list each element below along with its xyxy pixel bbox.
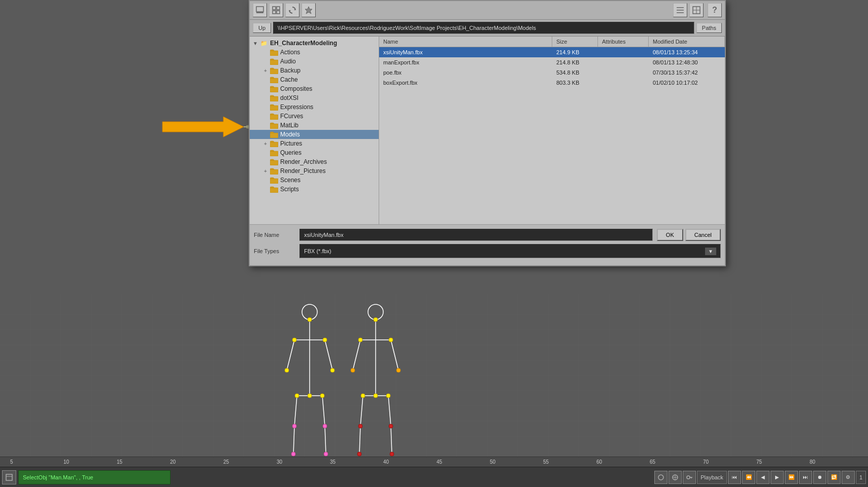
expand-icon — [262, 131, 269, 138]
ruler-tick: 40 — [383, 459, 389, 465]
svg-point-48 — [330, 368, 335, 372]
folder-item[interactable]: Models — [250, 130, 379, 139]
ruler-tick: 5 — [10, 459, 13, 465]
folder-item[interactable]: Scenes — [250, 176, 379, 185]
toolbar-icon-1[interactable] — [253, 3, 267, 17]
folder-item-label: Models — [280, 131, 300, 138]
file-row[interactable]: xsiUnityMan.fbx 214.9 KB 08/01/13 13:25:… — [379, 47, 725, 57]
file-row[interactable]: manExport.fbx 214.8 KB 08/01/13 12:48:30 — [379, 57, 725, 67]
svg-line-52 — [293, 426, 294, 454]
folder-item[interactable]: + Backup — [250, 66, 379, 75]
file-row[interactable]: poe.fbx 534.8 KB 07/30/13 15:37:42 — [379, 67, 725, 78]
folder-item[interactable]: Expressions — [250, 102, 379, 112]
folder-item[interactable]: Render_Archives — [250, 157, 379, 166]
svg-rect-104 — [270, 87, 278, 92]
folder-root[interactable]: ▼ 📁 EH_CharacterModeling — [250, 39, 379, 48]
folder-item[interactable]: Queries — [250, 148, 379, 157]
folder-icon — [270, 122, 278, 129]
toolbar-icon-grid[interactable] — [689, 3, 704, 17]
expand-icon — [262, 113, 269, 120]
status-bar: SelectObj "Man.Man", , True Playback ⏮ ⏪… — [0, 467, 868, 487]
paths-button[interactable]: Paths — [696, 23, 722, 33]
file-list-header: Name Size Attributes Modified Date — [379, 37, 725, 47]
svg-point-122 — [687, 476, 690, 479]
ruler-tick: 60 — [596, 459, 602, 465]
transport-to-start[interactable]: ⏮ — [728, 471, 741, 484]
dialog-main-content: ▼ 📁 EH_CharacterModeling Actions Audio+ … — [250, 37, 725, 224]
toolbar-icon-star[interactable] — [302, 3, 316, 17]
3d-arrow-object — [157, 107, 259, 147]
file-types-dropdown[interactable]: FBX (*.fbx) ▼ — [299, 244, 721, 258]
folder-item[interactable]: + Pictures — [250, 139, 379, 148]
toolbar-icon-help[interactable]: ? — [708, 3, 722, 17]
folder-tree: ▼ 📁 EH_CharacterModeling Actions Audio+ … — [250, 37, 379, 196]
ruler-tick: 50 — [490, 459, 495, 465]
status-right: Playback ⏮ ⏪ ◀ ▶ ⏩ ⏭ ⏺ 🔁 ⚙ 1 — [654, 471, 868, 484]
folder-panel: ▼ 📁 EH_CharacterModeling Actions Audio+ … — [250, 37, 379, 224]
svg-line-57 — [325, 426, 326, 454]
file-name-input[interactable] — [299, 229, 653, 241]
transport-settings[interactable]: ⚙ — [842, 471, 855, 484]
folder-item-label: Queries — [280, 149, 302, 156]
svg-rect-109 — [270, 133, 278, 138]
file-size-cell: 214.8 KB — [552, 58, 598, 66]
status-icon-target[interactable] — [669, 471, 682, 484]
playback-button[interactable]: Playback — [697, 471, 727, 484]
expand-icon — [262, 177, 269, 184]
folder-item[interactable]: Actions — [250, 48, 379, 57]
col-header-date[interactable]: Modified Date — [649, 37, 725, 47]
file-date-cell: 08/01/13 12:48:30 — [649, 58, 725, 66]
file-name-label: File Name — [254, 232, 299, 238]
svg-rect-88 — [277, 7, 280, 10]
expand-icon: + — [262, 140, 269, 147]
folder-items-container: Actions Audio+ Backup Cache Composites — [250, 48, 379, 194]
folder-item[interactable]: Cache — [250, 75, 379, 84]
col-header-size[interactable]: Size — [552, 37, 598, 47]
ruler-tick: 15 — [117, 459, 122, 465]
file-rows-container: xsiUnityMan.fbx 214.9 KB 08/01/13 13:25:… — [379, 47, 725, 88]
folder-item-label: Pictures — [280, 140, 302, 147]
status-icon-box[interactable] — [2, 470, 16, 484]
status-icon-circle[interactable] — [654, 471, 667, 484]
toolbar-icon-refresh[interactable] — [285, 3, 299, 17]
folder-item-label: Cache — [280, 76, 298, 83]
svg-line-73 — [360, 396, 363, 426]
file-date-cell: 01/02/10 10:17:02 — [649, 79, 725, 87]
file-row[interactable]: boxExport.fbx 803.3 KB 01/02/10 10:17:02 — [379, 78, 725, 88]
svg-point-47 — [323, 338, 327, 342]
up-button[interactable]: Up — [253, 23, 271, 33]
svg-rect-90 — [277, 11, 280, 14]
status-icon-key[interactable] — [683, 471, 696, 484]
dialog-toolbar: ? — [250, 1, 725, 20]
svg-point-69 — [389, 338, 393, 342]
toolbar-icon-list[interactable] — [673, 3, 687, 17]
transport-prev-frame[interactable]: ◀ — [756, 471, 770, 484]
col-header-attributes[interactable]: Attributes — [598, 37, 649, 47]
transport-next-key[interactable]: ⏩ — [785, 471, 798, 484]
transport-prev-key[interactable]: ⏪ — [742, 471, 755, 484]
folder-icon: 📁 — [260, 40, 268, 47]
file-dialog: ? Up \\HPSERVER\Users\Rick\Resources\Rod… — [249, 0, 726, 266]
folder-item-label: Scenes — [280, 177, 301, 184]
svg-rect-89 — [273, 11, 276, 14]
ok-button[interactable]: OK — [657, 229, 683, 241]
folder-item[interactable]: dotXSI — [250, 93, 379, 102]
folder-item[interactable]: Audio — [250, 57, 379, 66]
file-attr-cell — [598, 82, 649, 84]
folder-item[interactable]: MatLib — [250, 121, 379, 130]
folder-item[interactable]: Scripts — [250, 185, 379, 194]
toolbar-icon-2[interactable] — [269, 3, 283, 17]
folder-item[interactable]: + Render_Pictures — [250, 166, 379, 176]
transport-next-frame[interactable]: ▶ — [771, 471, 784, 484]
transport-to-end[interactable]: ⏭ — [799, 471, 812, 484]
cancel-button[interactable]: Cancel — [685, 229, 721, 241]
folder-item[interactable]: Composites — [250, 84, 379, 93]
transport-loop[interactable]: 🔁 — [827, 471, 841, 484]
svg-point-84 — [374, 318, 378, 322]
file-name-cell: poe.fbx — [379, 68, 552, 77]
timeline-ruler: 5101520253035404550556065707580 — [0, 457, 868, 467]
folder-item[interactable]: FCurves — [250, 112, 379, 121]
expand-icon: + — [262, 67, 269, 74]
transport-record[interactable]: ⏺ — [813, 471, 826, 484]
col-header-name[interactable]: Name — [379, 37, 552, 47]
